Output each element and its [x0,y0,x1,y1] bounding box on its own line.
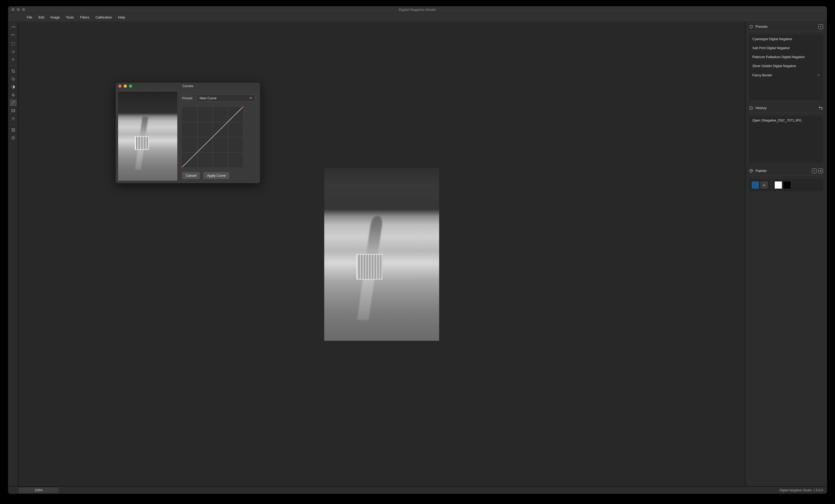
dialog-title: Curves [116,84,260,88]
add-box-icon[interactable] [10,127,17,133]
primary-swatch[interactable] [752,182,759,189]
palette-header: Palette + ✕ [749,166,823,176]
preset-item[interactable]: Silver Gelatin Digital Negative [749,62,823,70]
swatch-black[interactable] [783,182,791,189]
eye-off-icon[interactable] [10,76,17,82]
menu-calibration[interactable]: Calibration [95,15,112,19]
primary-swatch-box [749,179,771,191]
canvas-image [324,168,439,341]
swatch-white[interactable] [775,182,782,189]
svg-point-8 [751,170,751,170]
undo-button[interactable] [818,106,823,110]
zoom-window-icon[interactable] [22,8,25,11]
main-body: Curves Preset: New Curve [8,22,827,486]
menubar: File Edit Image Tools Filters Calibratio… [8,13,827,22]
crop-icon[interactable] [10,68,17,75]
menu-filters[interactable]: Filters [80,15,89,19]
heart-icon [749,25,753,29]
add-circle-icon[interactable] [10,134,17,141]
menu-image[interactable]: Image [50,15,60,19]
zoom-level[interactable]: 100% [19,488,59,493]
preset-item[interactable]: Fancy Border✕ [749,70,823,80]
history-icon [749,106,753,110]
presets-list: Cyanotype Digital Negative Salt Print Di… [749,35,823,100]
curve-point-start[interactable] [181,166,183,168]
dialog-close-icon[interactable] [118,85,122,88]
svg-point-7 [750,170,751,171]
preset-select[interactable]: New Curve [197,94,255,102]
window-controls[interactable] [12,8,25,11]
flip-horizontal-icon[interactable] [10,48,17,55]
svg-rect-2 [12,109,15,112]
menu-help[interactable]: Help [118,15,125,19]
curve-icon[interactable] [10,99,17,106]
svg-point-9 [752,170,752,171]
history-header: History [749,103,823,113]
preset-label: Preset: [182,96,193,100]
preset-item[interactable]: Platinum Palladium Digital Negative [749,52,823,62]
menu-file[interactable]: File [27,15,32,19]
swatch-list [772,179,823,191]
history-item[interactable]: Open 1Negative_DSC_7071.JPG [749,116,823,125]
close-icon[interactable]: ✕ [817,73,820,77]
cancel-button[interactable]: Cancel [182,172,200,179]
preset-select-value: New Curve [200,96,217,100]
menu-tools[interactable]: Tools [66,15,74,19]
status-version: Digital Negative Studio: 1.5.0.0 [779,488,823,492]
chevron-down-icon [249,97,252,99]
minimize-window-icon[interactable] [17,8,20,11]
dialog-zoom-icon[interactable] [129,85,132,88]
add-preset-button[interactable]: + [818,24,823,29]
svg-point-3 [13,118,14,119]
canvas-area[interactable]: Curves Preset: New Curve [18,22,745,486]
history-list: Open 1Negative_DSC_7071.JPG [749,116,823,163]
swatch-dropdown[interactable] [760,182,768,189]
flip-vertical-icon[interactable] [10,56,17,63]
gear-icon[interactable] [10,115,17,122]
palette-title: Palette [755,169,767,173]
statusbar: 100% Digital Negative Studio: 1.5.0.0 [8,486,827,494]
menu-edit[interactable]: Edit [38,15,44,19]
dialog-minimize-icon[interactable] [124,85,127,88]
curves-grid[interactable] [182,107,243,167]
close-window-icon[interactable] [12,8,15,11]
left-toolbar [8,22,18,486]
preset-item[interactable]: Salt Print Digital Negative [749,44,823,52]
titlebar: Digital Negative Studio [8,6,827,13]
fill-icon[interactable] [10,91,17,98]
contrast-icon[interactable] [10,83,17,90]
right-panel: Presets + Cyanotype Digital Negative Sal… [745,22,827,486]
curve-point-end[interactable] [242,106,244,108]
rotate-cw-icon[interactable] [10,25,17,31]
app-window: Digital Negative Studio File Edit Image … [8,6,827,494]
presets-header: Presets + [749,22,823,31]
svg-rect-0 [12,43,15,45]
window-title: Digital Negative Studio [8,8,827,12]
preset-item[interactable]: Cyanotype Digital Negative [749,35,823,44]
curve-line [182,107,243,167]
dialog-window-controls[interactable] [118,85,132,88]
add-swatch-button[interactable]: + [812,169,817,173]
image-icon[interactable] [10,107,17,114]
remove-swatch-button[interactable]: ✕ [818,169,823,173]
dialog-titlebar: Curves [116,83,260,89]
apply-curve-button[interactable]: Apply Curve [203,172,229,179]
history-title: History [755,106,767,110]
curves-dialog: Curves Preset: New Curve [116,82,260,183]
palette-icon [749,169,753,173]
rotate-ccw-icon[interactable] [10,33,17,39]
svg-line-6 [182,107,243,167]
dialog-preview-image [118,92,177,181]
presets-title: Presets [755,25,768,28]
marquee-icon[interactable] [10,40,17,47]
